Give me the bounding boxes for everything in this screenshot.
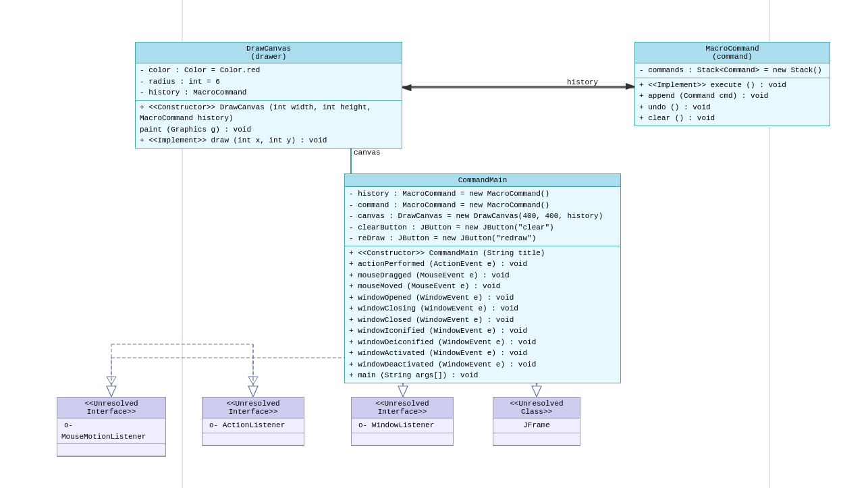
- macro-command-subtitle: (command): [712, 53, 752, 61]
- mouse-motion-listener-name: MouseMotionListener: [61, 433, 146, 441]
- mouse-motion-empty: [57, 444, 165, 456]
- method-item: + windowClosed (WindowEvent e) : void: [349, 315, 616, 326]
- window-listener-name-section: o- WindowListener: [352, 418, 453, 433]
- method-item: MacroCommand history): [140, 113, 398, 124]
- method-item: + main (String args[]) : void: [349, 370, 616, 381]
- macro-command-methods: + <<Implement>> execute () : void + appe…: [635, 78, 830, 126]
- command-main-fields: - history : MacroCommand = new MacroComm…: [345, 187, 620, 246]
- method-item: + append (Command cmd) : void: [639, 90, 825, 102]
- action-listener-name-section: o- ActionListener: [202, 418, 304, 433]
- window-listener-header: <<Unresolved Interface>>: [352, 398, 453, 418]
- field-item: - command : MacroCommand = new MacroComm…: [349, 200, 616, 211]
- method-item: + windowActivated (WindowEvent e) : void: [349, 348, 616, 359]
- command-main-title: CommandMain: [458, 176, 508, 184]
- jframe-empty: [493, 433, 580, 445]
- mouse-motion-listener-header: <<Unresolved Interface>>: [57, 398, 165, 418]
- draw-canvas-fields: - color : Color = Color.red - radius : i…: [136, 63, 402, 101]
- window-listener-empty: [352, 433, 453, 445]
- svg-marker-10: [248, 377, 258, 385]
- field-item: - radius : int = 6: [140, 76, 398, 88]
- mouse-motion-listener-name-section: o- MouseMotionListener: [57, 418, 165, 444]
- field-item: - canvas : DrawCanvas = new DrawCanvas(4…: [349, 211, 616, 222]
- draw-canvas-box: DrawCanvas (drawer) - color : Color = Co…: [135, 42, 402, 148]
- method-item: + clear () : void: [639, 113, 825, 124]
- action-listener-header: <<Unresolved Interface>>: [202, 398, 304, 418]
- field-item: - reDraw : JButton = new JButton("redraw…: [349, 233, 616, 244]
- action-listener-box: <<Unresolved Interface>> o- ActionListen…: [202, 397, 304, 446]
- svg-marker-30: [398, 386, 408, 397]
- method-item: + mouseMoved (MouseEvent e) : void: [349, 281, 616, 292]
- jframe-box: <<Unresolved Class>> JFrame: [493, 397, 580, 446]
- draw-canvas-header: DrawCanvas (drawer): [136, 43, 402, 63]
- method-item: + windowOpened (WindowEvent e) : void: [349, 292, 616, 304]
- window-listener-icon: o-: [356, 421, 367, 429]
- action-listener-name: ActionListener: [223, 421, 285, 429]
- command-main-methods: + <<Constructor>> CommandMain (String ti…: [345, 246, 620, 383]
- field-item: - clearButton : JButton = new JButton("c…: [349, 222, 616, 234]
- method-item: + windowClosing (WindowEvent e) : void: [349, 303, 616, 315]
- field-item: - history : MacroCommand: [140, 87, 398, 99]
- window-listener-box: <<Unresolved Interface>> o- WindowListen…: [351, 397, 454, 446]
- action-listener-stereotype: <<Unresolved Interface>>: [226, 400, 279, 416]
- command-main-header: CommandMain: [345, 174, 620, 187]
- svg-marker-26: [107, 386, 116, 397]
- draw-canvas-title: DrawCanvas: [246, 45, 291, 53]
- jframe-stereotype: <<Unresolved Class>>: [510, 400, 563, 416]
- method-item: + undo () : void: [639, 102, 825, 113]
- field-item: - color : Color = Color.red: [140, 65, 398, 76]
- window-listener-stereotype: <<Unresolved Interface>>: [375, 400, 429, 416]
- action-listener-icon: o-: [207, 421, 218, 429]
- svg-marker-32: [532, 386, 541, 397]
- action-listener-empty: [202, 433, 304, 445]
- method-item: + mouseDragged (MouseEvent e) : void: [349, 270, 616, 281]
- draw-canvas-subtitle: (drawer): [251, 53, 287, 61]
- svg-marker-7: [107, 377, 116, 385]
- method-item: + <<Implement>> draw (int x, int y) : vo…: [140, 135, 398, 146]
- mouse-motion-listener-box: <<Unresolved Interface>> o- MouseMotionL…: [57, 397, 166, 457]
- method-item: + windowDeactivated (WindowEvent e) : vo…: [349, 359, 616, 371]
- macro-command-box: MacroCommand (command) - commands : Stac…: [634, 42, 830, 126]
- mouse-motion-interface-icon: o-: [61, 421, 73, 429]
- method-item: + windowDeiconified (WindowEvent e) : vo…: [349, 337, 616, 348]
- method-item: + <<Constructor>> DrawCanvas (int width,…: [140, 102, 398, 113]
- field-item: - history : MacroCommand = new MacroComm…: [349, 188, 616, 200]
- window-listener-name: WindowListener: [372, 421, 434, 429]
- macro-command-title: MacroCommand: [705, 45, 759, 53]
- macro-command-fields: - commands : Stack<Command> = new Stack(…: [635, 63, 830, 78]
- field-item: - commands : Stack<Command> = new Stack(…: [639, 65, 825, 76]
- method-item: + actionPerformed (ActionEvent e) : void: [349, 259, 616, 270]
- method-item: + windowIconified (WindowEvent e) : void: [349, 325, 616, 337]
- method-item: + <<Constructor>> CommandMain (String ti…: [349, 248, 616, 259]
- macro-command-header: MacroCommand (command): [635, 43, 830, 63]
- mouse-motion-stereotype: <<Unresolved Interface>>: [84, 400, 138, 416]
- jframe-name-section: JFrame: [493, 418, 580, 433]
- canvas-label: canvas: [354, 148, 381, 157]
- svg-marker-28: [248, 386, 258, 397]
- command-main-box: CommandMain - history : MacroCommand = n…: [344, 173, 621, 383]
- diagram-container: DrawCanvas (drawer) - color : Color = Co…: [0, 0, 868, 488]
- method-item: paint (Graphics g) : void: [140, 124, 398, 136]
- history-label: history: [567, 78, 598, 86]
- method-item: + <<Implement>> execute () : void: [639, 80, 825, 91]
- jframe-header: <<Unresolved Class>>: [493, 398, 580, 418]
- draw-canvas-methods: + <<Constructor>> DrawCanvas (int width,…: [136, 101, 402, 148]
- jframe-name: JFrame: [497, 420, 576, 431]
